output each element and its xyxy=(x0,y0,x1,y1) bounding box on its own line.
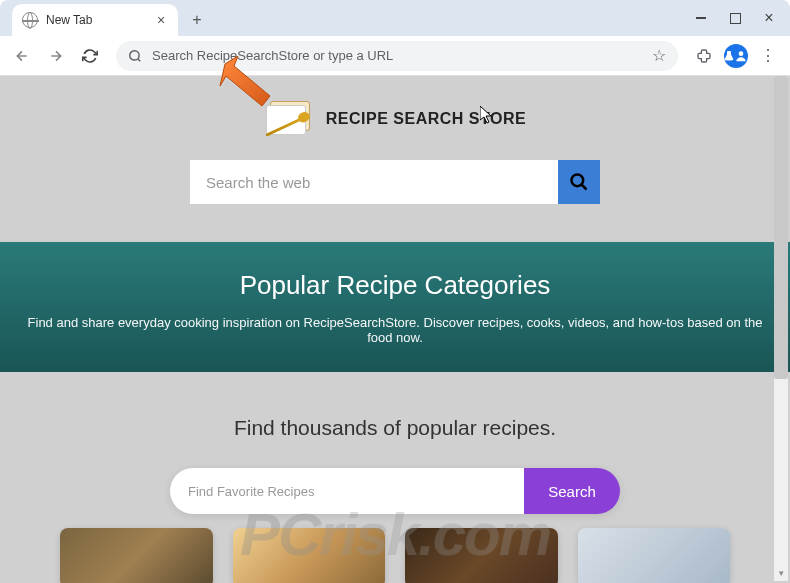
omnibox-placeholder: Search RecipeSearchStore or type a URL xyxy=(152,48,642,63)
logo-section: RECIPE SEARCH STORE xyxy=(0,76,790,156)
main-search-bar: Search the web xyxy=(190,160,600,204)
logo-text: RECIPE SEARCH STORE xyxy=(326,110,526,128)
forward-button[interactable] xyxy=(42,42,70,70)
bookmark-star-icon[interactable]: ☆ xyxy=(652,46,666,65)
omnibox[interactable]: Search RecipeSearchStore or type a URL ☆ xyxy=(116,41,678,71)
recipe-card[interactable] xyxy=(405,528,558,583)
reload-icon xyxy=(82,48,98,64)
scroll-down-arrow[interactable]: ▾ xyxy=(774,565,788,581)
titlebar: New Tab × + × xyxy=(0,0,790,36)
page-content: RECIPE SEARCH STORE Search the web Popul… xyxy=(0,76,790,583)
scroll-thumb[interactable] xyxy=(774,76,788,379)
arrow-left-icon xyxy=(14,48,30,64)
recipe-search-input[interactable]: Find Favorite Recipes xyxy=(170,468,524,514)
recipe-card[interactable] xyxy=(233,528,386,583)
main-search-button[interactable] xyxy=(558,160,600,204)
recipes-heading: Find thousands of popular recipes. xyxy=(0,416,790,440)
close-tab-icon[interactable]: × xyxy=(154,13,168,27)
person-icon xyxy=(734,49,748,63)
arrow-right-icon xyxy=(48,48,64,64)
browser-tab[interactable]: New Tab × xyxy=(12,4,178,36)
reload-button[interactable] xyxy=(76,42,104,70)
close-window-button[interactable]: × xyxy=(754,4,784,32)
puzzle-icon xyxy=(696,48,712,64)
svg-point-2 xyxy=(572,175,584,187)
logo-image xyxy=(264,97,316,141)
svg-point-1 xyxy=(739,51,744,56)
search-icon xyxy=(569,172,589,192)
browser-window: New Tab × + × Search RecipeSearchStore o… xyxy=(0,0,790,583)
recipe-search-bar: Find Favorite Recipes Search xyxy=(170,468,620,514)
category-banner: Popular Recipe Categories Find and share… xyxy=(0,242,790,372)
banner-title: Popular Recipe Categories xyxy=(240,270,551,301)
extensions-button[interactable] xyxy=(690,42,718,70)
recipes-section: Find thousands of popular recipes. Find … xyxy=(0,372,790,583)
search-icon xyxy=(128,49,142,63)
back-button[interactable] xyxy=(8,42,36,70)
recipe-card[interactable] xyxy=(60,528,213,583)
svg-point-0 xyxy=(130,50,139,59)
tab-title: New Tab xyxy=(46,13,146,27)
recipe-card[interactable] xyxy=(578,528,731,583)
toolbar: Search RecipeSearchStore or type a URL ☆… xyxy=(0,36,790,76)
menu-button[interactable]: ⋮ xyxy=(754,42,782,70)
main-search-input[interactable]: Search the web xyxy=(190,160,558,204)
banner-subtitle: Find and share everyday cooking inspirat… xyxy=(20,315,770,345)
scrollbar[interactable]: ▾ xyxy=(774,76,788,581)
minimize-button[interactable] xyxy=(686,4,716,32)
new-tab-button[interactable]: + xyxy=(184,7,210,33)
recipe-search-button[interactable]: Search xyxy=(524,468,620,514)
maximize-button[interactable] xyxy=(720,4,750,32)
profile-button[interactable] xyxy=(724,44,748,68)
window-controls: × xyxy=(686,0,784,36)
recipe-cards xyxy=(0,528,790,583)
globe-icon xyxy=(22,12,38,28)
